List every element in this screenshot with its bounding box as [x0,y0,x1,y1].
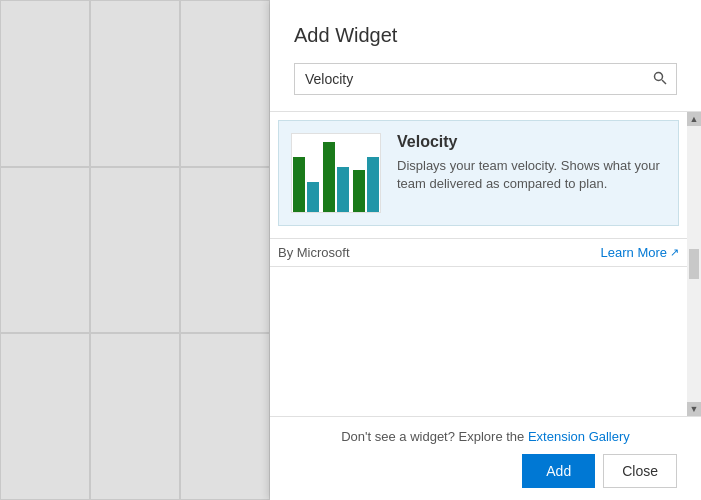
learn-more-label: Learn More [601,245,667,260]
panel-footer: Don't see a widget? Explore the Extensio… [270,416,701,500]
grid-cell [180,333,270,500]
extension-gallery-link[interactable]: Extension Gallery [528,429,630,444]
grid-cell [0,167,90,334]
grid-cell [180,167,270,334]
chart-bar-group-3 [353,157,379,212]
widget-content: Velocity Displays your team velocity. Sh… [397,133,666,213]
footer-text-prefix: Don't see a widget? Explore the [341,429,528,444]
grid-cell [0,0,90,167]
grid-cell [180,0,270,167]
scroll-up-button[interactable]: ▲ [687,112,701,126]
chart-bar-group-2 [323,142,349,212]
add-widget-panel: Add Widget ▲ ▼ [270,0,701,500]
search-input[interactable] [294,63,677,95]
widget-description: Displays your team velocity. Shows what … [397,157,666,193]
panel-header: Add Widget [270,0,701,112]
chart-bar [367,157,379,212]
footer-text: Don't see a widget? Explore the Extensio… [294,429,677,444]
grid-cell [90,0,180,167]
scrollbar-track[interactable]: ▲ ▼ [687,112,701,416]
background-grid [0,0,270,500]
external-link-icon: ↗ [670,246,679,259]
chart-bar [307,182,319,212]
grid-cell [0,333,90,500]
chart-bar-group-1 [293,157,319,212]
search-container [294,63,677,95]
chart-bar [337,167,349,212]
chart-bar [293,157,305,212]
learn-more-link[interactable]: Learn More ↗ [601,245,679,260]
widget-list: ▲ ▼ Velo [270,112,701,416]
widget-thumbnail [291,133,381,213]
footer-buttons: Add Close [294,454,677,488]
widget-name: Velocity [397,133,666,151]
scroll-thumb[interactable] [689,249,699,279]
widget-list-empty-area [270,266,701,416]
grid-cell [90,333,180,500]
widget-item: Velocity Displays your team velocity. Sh… [278,120,679,226]
grid-cell [90,167,180,334]
scroll-down-button[interactable]: ▼ [687,402,701,416]
widget-footer-row: By Microsoft Learn More ↗ [270,238,701,266]
add-button[interactable]: Add [522,454,595,488]
chart-bar [323,142,335,212]
chart-bar [353,170,365,212]
panel-title: Add Widget [294,24,677,47]
widget-provider: By Microsoft [278,245,350,260]
close-button[interactable]: Close [603,454,677,488]
